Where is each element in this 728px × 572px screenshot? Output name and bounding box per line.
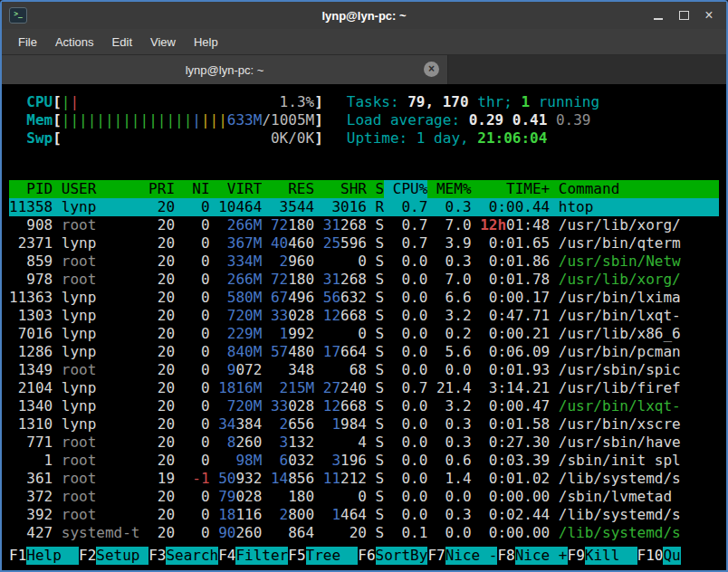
fkey-f2[interactable]: F2 xyxy=(79,547,96,565)
column-header-mem[interactable]: MEM% xyxy=(427,180,471,198)
fkey-f5[interactable]: F5 xyxy=(288,547,305,565)
cell-cpu: 0.0 xyxy=(384,488,427,506)
fkey-f1[interactable]: F1 xyxy=(9,547,26,565)
process-row[interactable]: 978root200266M7218031268S0.07.00:01.78/u… xyxy=(9,271,719,289)
cell-mem: 6.6 xyxy=(427,289,471,307)
process-row[interactable]: 372root200790281800S0.00.00:00.00/sbin/l… xyxy=(9,488,719,506)
fkey-label-f1[interactable]: Help xyxy=(26,547,79,565)
cell-mem: 21.4 xyxy=(427,379,471,397)
process-row[interactable]: 1349root200907234868S0.00.00:01.93/usr/s… xyxy=(9,361,719,379)
process-row[interactable]: 11358lynp2001046435443016R0.70.30:00.44h… xyxy=(9,198,719,216)
yellow-meter-bars: ||| xyxy=(201,111,227,129)
column-header-s[interactable]: S xyxy=(367,180,384,198)
column-header-cpu[interactable]: CPU% xyxy=(384,180,427,198)
column-header-user[interactable]: USER xyxy=(53,180,139,198)
cell-user: lynp xyxy=(53,307,139,325)
column-header-time[interactable]: TIME+ xyxy=(472,180,551,198)
minimize-button[interactable] xyxy=(650,7,666,24)
fkey-f3[interactable]: F3 xyxy=(148,547,166,565)
cell-s: S xyxy=(367,253,384,271)
menu-item-view[interactable]: View xyxy=(141,32,185,52)
menu-item-actions[interactable]: Actions xyxy=(46,32,103,52)
process-row[interactable]: 11363lynp200580M6749656632S0.06.60:00.17… xyxy=(9,289,719,307)
maximize-button[interactable] xyxy=(675,7,692,24)
fkey-f6[interactable]: F6 xyxy=(358,547,375,565)
fkey-label-f4[interactable]: Filter xyxy=(235,547,288,565)
fkey-label-f6[interactable]: SortBy xyxy=(376,547,428,565)
cell-command: /usr/bin/qterm xyxy=(550,234,719,253)
cell-pri: 20 xyxy=(139,271,175,289)
cell-mem: 0.2 xyxy=(427,325,471,343)
fkey-f4[interactable]: F4 xyxy=(218,547,235,565)
fkey-label-f7[interactable]: Nice - xyxy=(445,547,498,565)
cell-user: root xyxy=(53,216,139,234)
cell-cpu: 0.0 xyxy=(384,361,427,379)
column-header-shr[interactable]: SHR xyxy=(314,180,367,198)
cell-cpu: 0.0 xyxy=(384,343,427,361)
cell-s: S xyxy=(367,289,384,307)
fkey-label-f3[interactable]: Search xyxy=(166,547,218,565)
process-row[interactable]: 392root2001811628001464S0.00.30:02.44/li… xyxy=(9,506,719,524)
cell-command: /usr/lib/xorg/ xyxy=(550,271,719,289)
cell-pri: 19 xyxy=(139,470,175,488)
menu-item-help[interactable]: Help xyxy=(185,32,227,52)
cell-cpu: 0.0 xyxy=(384,307,427,325)
cell-command: /usr/lib/firef xyxy=(550,379,719,397)
tab-terminal[interactable]: lynp@lyn-pc: ~ × xyxy=(2,55,448,84)
fkey-label-f10[interactable]: Qu xyxy=(663,547,680,565)
cell-cpu: 0.7 xyxy=(384,379,427,397)
cell-shr: 68 xyxy=(314,361,367,379)
cell-res: 3132 xyxy=(262,434,314,452)
fkey-f9[interactable]: F9 xyxy=(568,547,585,565)
cell-s: S xyxy=(367,470,384,488)
tab-close-icon[interactable]: × xyxy=(424,62,439,77)
cell-user: root xyxy=(53,361,139,379)
fkey-label-f2[interactable]: Setup xyxy=(96,547,148,565)
fkey-f8[interactable]: F8 xyxy=(497,547,514,565)
process-row[interactable]: 2104lynp2001816M215M27240S0.721.43:14.21… xyxy=(9,379,719,397)
fkey-label-f8[interactable]: Nice + xyxy=(515,547,568,565)
fkey-label-f9[interactable]: Kill xyxy=(585,547,637,565)
process-row[interactable]: 859root200334M29600S0.00.30:01.86/usr/sb… xyxy=(9,253,719,271)
window-title: lynp@lyn-pc: ~ xyxy=(2,9,726,23)
process-row[interactable]: 771root200826031324S0.00.30:27.30/usr/sb… xyxy=(9,434,719,452)
cell-pri: 20 xyxy=(139,289,175,307)
column-header-virt[interactable]: VIRT xyxy=(210,180,263,198)
cell-s: S xyxy=(367,452,384,470)
process-row[interactable]: 1303lynp200720M3302812668S0.03.20:47.71/… xyxy=(9,307,719,325)
fkey-f7[interactable]: F7 xyxy=(427,547,445,565)
process-row[interactable]: 1root20098M60323196S0.00.60:03.39/sbin/i… xyxy=(9,452,719,470)
cell-pid: 2371 xyxy=(9,234,53,253)
close-button[interactable]: × xyxy=(701,7,717,24)
fkey-label-f5[interactable]: Tree xyxy=(306,547,359,565)
cell-virt: 266M xyxy=(210,271,263,289)
process-row[interactable]: 1286lynp200840M5748017664S0.05.60:06.09/… xyxy=(9,343,719,361)
menu-item-file[interactable]: File xyxy=(9,32,46,52)
cell-pri: 20 xyxy=(139,506,175,524)
column-header-res[interactable]: RES xyxy=(262,180,314,198)
column-header-pri[interactable]: PRI xyxy=(139,180,175,198)
cell-s: S xyxy=(367,524,384,542)
load-five: 0.41 xyxy=(512,111,548,129)
cell-pid: 771 xyxy=(9,434,53,452)
process-row[interactable]: 1340lynp200720M3302812668S0.03.20:00.47/… xyxy=(9,397,719,415)
cell-mem: 0.3 xyxy=(427,253,471,271)
process-row[interactable]: 7016lynp200229M19920S0.00.20:00.21/usr/l… xyxy=(9,325,719,343)
terminal-content: CPU[||1.3%] Mem[|||||||||||||||||||633M/… xyxy=(2,84,726,570)
column-header-command[interactable]: Command xyxy=(550,180,719,198)
process-row[interactable]: 427systemd-t2009026086420S0.10.00:00.00/… xyxy=(9,524,719,542)
cell-res: 33028 xyxy=(262,397,314,415)
column-header-pid[interactable]: PID xyxy=(9,180,53,198)
process-row[interactable]: 1310lynp2003438426561984S0.00.30:01.58/u… xyxy=(9,415,719,434)
cell-res: 2960 xyxy=(262,253,314,271)
process-row[interactable]: 361root19-1509321485611212S0.01.40:01.02… xyxy=(9,470,719,488)
process-row[interactable]: 2371lynp200367M4046025596S0.73.90:01.65/… xyxy=(9,234,719,253)
fkey-f10[interactable]: F10 xyxy=(637,547,664,565)
cell-user: lynp xyxy=(53,325,139,343)
cell-user: root xyxy=(53,434,139,452)
cell-virt: 18116 xyxy=(210,506,263,524)
cell-s: S xyxy=(367,397,384,415)
menu-item-edit[interactable]: Edit xyxy=(103,32,141,52)
process-row[interactable]: 908root200266M7218031268S0.77.012h01:48/… xyxy=(9,216,719,234)
column-header-ni[interactable]: NI xyxy=(175,180,210,198)
